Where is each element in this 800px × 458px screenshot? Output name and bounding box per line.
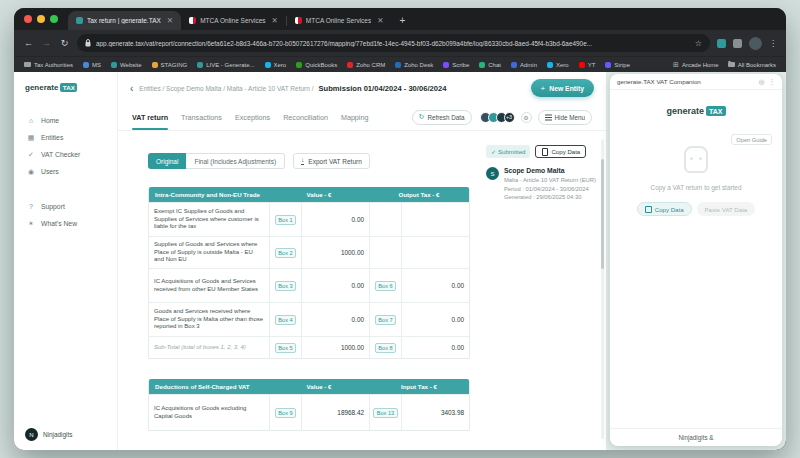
column-header-input-tax: Input Tax - € (369, 383, 469, 390)
export-vat-return-button[interactable]: ↓ Export VAT Return (293, 153, 370, 169)
close-tab-icon[interactable]: ✕ (167, 16, 173, 25)
browser-profile-avatar[interactable] (749, 37, 762, 50)
new-tab-button[interactable]: + (400, 15, 406, 26)
browser-tab[interactable]: MTCA Online Services ✕ (181, 11, 286, 30)
sidebar-item-support[interactable]: ? Support (14, 198, 117, 215)
toggle-final[interactable]: Final (Includes Adjustments) (186, 153, 285, 169)
close-window-button[interactable] (24, 15, 32, 23)
browser-tab-active[interactable]: Tax return | generate.TAX ✕ (68, 11, 181, 30)
bookmarks-list: Tax Authorities MS Website STAGING LIVE … (24, 62, 663, 68)
eye-icon[interactable]: ◎ (759, 78, 765, 86)
bookmark-item[interactable]: Admin (511, 62, 537, 68)
bookmark-item[interactable]: QuickBooks (296, 62, 337, 68)
content-scrollbar[interactable] (601, 139, 604, 439)
zoom-window-button[interactable] (50, 15, 58, 23)
close-tab-icon[interactable]: ✕ (377, 16, 383, 25)
sidebar-item-label: Users (41, 168, 59, 175)
sidebar-item-vat-checker[interactable]: ✓ VAT Checker (14, 146, 117, 163)
bookmark-item[interactable]: Xero (547, 62, 569, 68)
users-icon: ◉ (27, 168, 35, 176)
value-cell-empty (401, 203, 469, 236)
row-description: Supplies of Goods and Services where Pla… (149, 237, 269, 268)
browser-window: Tax return | generate.TAX ✕ MTCA Online … (14, 8, 786, 450)
companion-paste-button[interactable]: Paste VAT Data (697, 202, 756, 216)
sidebar-item-whats-new[interactable]: ✶ What's New (14, 215, 117, 232)
close-tab-icon[interactable]: ✕ (272, 16, 278, 25)
favicon (347, 62, 353, 68)
minimize-window-button[interactable] (37, 15, 45, 23)
app-logo[interactable]: generate TAX (14, 83, 117, 92)
sidebar-item-users[interactable]: ◉ Users (14, 163, 117, 180)
extensions-puzzle-icon[interactable] (733, 39, 742, 48)
companion-footer[interactable]: Ninjadigits & (610, 428, 782, 446)
hide-menu-button[interactable]: Hide Menu (538, 110, 592, 125)
browser-tab[interactable]: MTCA Online Services ✕ (287, 11, 392, 30)
table-row: Supplies of Goods and Services where Pla… (149, 236, 469, 268)
gear-icon[interactable]: ⚙ (521, 112, 532, 123)
copy-data-button[interactable]: Copy Data (535, 145, 586, 158)
collaborator-avatars[interactable]: +3 (480, 112, 515, 123)
table-row: Exempt IC Supplies of Goods and Supplies… (149, 202, 469, 236)
table-row: Goods and Services received where Place … (149, 302, 469, 336)
value-cell: 0.00 (301, 203, 369, 236)
bookmarks-right: ⊞Arcade Home All Bookmarks (673, 61, 776, 69)
bookmark-item[interactable]: STAGING (152, 62, 188, 68)
panel-menu-icon[interactable]: ⋮ (769, 78, 776, 86)
companion-copy-data-button[interactable]: Copy Data (637, 202, 692, 216)
tab-reconciliation[interactable]: Reconciliation (283, 113, 328, 122)
bookmark-label: LIVE - Generate... (206, 62, 254, 68)
logo-text: generate (666, 106, 704, 116)
favicon (395, 62, 401, 68)
box-cell: Box 2 (269, 237, 301, 268)
intra-community-table: Intra-Community and Non-EU Trade Value -… (148, 187, 470, 359)
value-cell: 0.00 (301, 303, 369, 336)
tab-vat-return[interactable]: VAT return (132, 113, 168, 122)
column-header-output-tax: Output Tax - € (369, 191, 469, 198)
bookmark-star-icon[interactable]: ☆ (695, 39, 702, 48)
sidebar-item-entities[interactable]: ▦ Entities (14, 129, 117, 146)
bookmark-label: Xero (556, 62, 569, 68)
back-icon[interactable]: ← (23, 38, 34, 48)
companion-logo: generate TAX (666, 106, 725, 116)
bookmark-item[interactable]: Zoho CRM (347, 62, 385, 68)
value-cell: 0.00 (301, 269, 369, 302)
bookmark-item[interactable]: MS (83, 62, 101, 68)
tabs-right-controls: ↻ Refresh Data +3 ⚙ Hide Menu (412, 110, 592, 125)
page-header: ‹ Entities / Scope Demo Malta / Malta - … (118, 72, 606, 104)
refresh-label: Refresh Data (427, 114, 464, 121)
refresh-data-button[interactable]: ↻ Refresh Data (412, 110, 472, 125)
tab-exceptions[interactable]: Exceptions (235, 113, 270, 122)
open-guide-button[interactable]: Open Guide (731, 134, 772, 145)
box-label: Box 6 (375, 281, 396, 291)
bookmark-item[interactable]: Chat (479, 62, 501, 68)
generate-extension-icon[interactable] (717, 39, 726, 48)
address-bar[interactable]: app.generate.tax/vat/report/connection/6… (77, 34, 710, 52)
grid-icon: ⊞ (673, 61, 679, 69)
browser-menu-icon[interactable]: ⋮ (769, 39, 777, 48)
tab-transactions[interactable]: Transactions (181, 113, 222, 122)
sidebar-user-menu[interactable]: N Ninjadigits (14, 428, 117, 441)
tab-mapping[interactable]: Mapping (341, 113, 369, 122)
forward-icon[interactable]: → (41, 38, 52, 48)
scrollbar-thumb[interactable] (601, 159, 604, 269)
bookmark-item[interactable]: Website (111, 62, 142, 68)
toggle-original[interactable]: Original (148, 153, 186, 169)
bookmark-item[interactable]: Xero (265, 62, 287, 68)
more-avatars-badge[interactable]: +3 (504, 112, 515, 123)
reload-icon[interactable]: ↻ (59, 38, 70, 48)
sidebar-item-home[interactable]: ⌂ Home (14, 112, 117, 129)
bookmark-item[interactable]: LIVE - Generate... (197, 62, 254, 68)
bookmark-item[interactable]: Scribe (443, 62, 469, 68)
companion-footer-label: Ninjadigits & (679, 434, 714, 441)
all-bookmarks-button[interactable]: All Bookmarks (728, 62, 776, 68)
value-cell: 0.00 (401, 269, 469, 302)
arcade-home-bookmark[interactable]: ⊞Arcade Home (673, 61, 719, 69)
bookmark-item[interactable]: Stripe (605, 62, 630, 68)
bookmark-item[interactable]: Tax Authorities (24, 62, 73, 68)
plus-icon: + (541, 84, 546, 93)
new-entity-button[interactable]: + New Entity (531, 79, 594, 97)
bookmark-item[interactable]: YT (579, 62, 596, 68)
back-chevron-icon[interactable]: ‹ (130, 83, 133, 94)
bookmark-item[interactable]: Zoho Desk (395, 62, 433, 68)
breadcrumb[interactable]: Entities / Scope Demo Malta / Malta - Ar… (139, 85, 313, 92)
